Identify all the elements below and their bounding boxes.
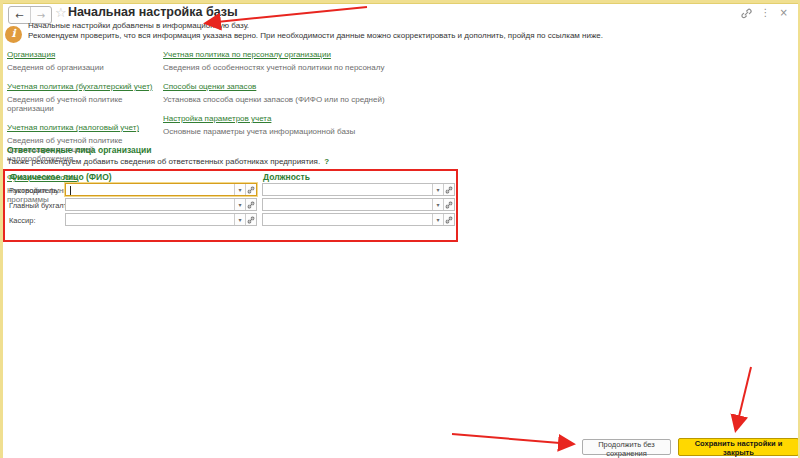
arrow-to-continue-button bbox=[452, 434, 572, 444]
favorite-star-icon[interactable]: ☆ bbox=[55, 5, 67, 20]
link-inventory-valuation[interactable]: Способы оценки запасов bbox=[163, 82, 256, 92]
back-button[interactable]: ← bbox=[9, 7, 30, 23]
director-person-combo: ▾ bbox=[65, 183, 257, 196]
section-note: Также рекомендуем добавить сведения об о… bbox=[7, 157, 329, 166]
link-item-inventory-valuation: Способы оценки запасов Установка способа… bbox=[163, 75, 463, 104]
cashier-person-combo: ▾ bbox=[65, 213, 257, 226]
link-item-accounting-parameters: Настройка параметров учета Основные пара… bbox=[163, 107, 463, 136]
director-person-input[interactable] bbox=[66, 184, 234, 195]
row-label-cashier: Кассир: bbox=[9, 216, 35, 225]
link-accounting-parameters[interactable]: Настройка параметров учета bbox=[163, 114, 271, 124]
chief-accountant-position-combo: ▾ bbox=[262, 198, 455, 211]
link-description: Основные параметры учета информационной … bbox=[163, 127, 463, 136]
page-title: Начальная настройка базы bbox=[68, 5, 238, 19]
back-icon: ← bbox=[15, 10, 23, 21]
link-organization[interactable]: Организация bbox=[7, 50, 55, 60]
get-link-icon[interactable] bbox=[741, 8, 752, 19]
initial-setup-window: ← → ☆ Начальная настройка базы ⋮ × i Нач… bbox=[0, 0, 800, 458]
director-position-combo: ▾ bbox=[262, 183, 455, 196]
director-position-dropdown-icon[interactable]: ▾ bbox=[432, 184, 443, 195]
link-tax-policy[interactable]: Учетная политика (налоговый учет) bbox=[7, 123, 139, 133]
link-description: Сведения об учетной политике организации bbox=[7, 95, 162, 113]
cashier-position-open-link-icon[interactable] bbox=[443, 214, 454, 225]
chief-accountant-person-open-link-icon[interactable] bbox=[245, 199, 256, 210]
link-personnel-policy[interactable]: Учетная политика по персоналу организаци… bbox=[163, 50, 331, 60]
cashier-person-input[interactable] bbox=[66, 214, 234, 225]
cashier-person-open-link-icon[interactable] bbox=[245, 214, 256, 225]
link-accounting-policy[interactable]: Учетная политика (бухгалтерский учет) bbox=[7, 82, 152, 92]
window-controls: ⋮ × bbox=[741, 7, 788, 19]
chief-accountant-person-combo: ▾ bbox=[65, 198, 257, 211]
director-position-input[interactable] bbox=[263, 184, 432, 195]
column-header-person: Физическое лицо (ФИО) bbox=[10, 172, 112, 182]
close-icon[interactable]: × bbox=[780, 7, 788, 19]
links-column-right: Учетная политика по персоналу организаци… bbox=[163, 43, 463, 139]
cashier-person-dropdown-icon[interactable]: ▾ bbox=[234, 214, 245, 225]
help-link[interactable]: ? bbox=[324, 157, 329, 166]
cashier-position-dropdown-icon[interactable]: ▾ bbox=[432, 214, 443, 225]
chief-accountant-position-input[interactable] bbox=[263, 199, 432, 210]
window-frame-top bbox=[0, 0, 800, 4]
chief-accountant-person-input[interactable] bbox=[66, 199, 234, 210]
section-heading-responsible-persons: Ответственные лица организации bbox=[7, 145, 151, 155]
info-icon: i bbox=[5, 26, 22, 43]
link-description: Сведения об особенностях учетной политик… bbox=[163, 63, 463, 72]
director-person-dropdown-icon[interactable]: ▾ bbox=[234, 184, 245, 195]
chief-accountant-position-dropdown-icon[interactable]: ▾ bbox=[432, 199, 443, 210]
continue-without-saving-button[interactable]: Продолжить без сохранения bbox=[582, 439, 671, 455]
window-frame-left bbox=[0, 0, 3, 458]
chief-accountant-person-dropdown-icon[interactable]: ▾ bbox=[234, 199, 245, 210]
link-item-organization: Организация Сведения об организации bbox=[7, 43, 162, 72]
cashier-position-combo: ▾ bbox=[262, 213, 455, 226]
info-message-line2: Рекомендуем проверить, что вся информаци… bbox=[28, 31, 603, 40]
form-row-director: Руководитель: ▾ ▾ bbox=[0, 183, 460, 196]
save-and-close-button[interactable]: Сохранить настройки и закрыть bbox=[678, 438, 799, 456]
link-item-personnel-policy: Учетная политика по персоналу организаци… bbox=[163, 43, 463, 72]
info-message-line1: Начальные настройки добавлены в информац… bbox=[28, 21, 249, 30]
arrow-to-save-button bbox=[736, 367, 751, 429]
more-menu-icon[interactable]: ⋮ bbox=[761, 7, 771, 19]
form-row-chief-accountant: Главный бухгалтер: ▾ ▾ bbox=[0, 198, 460, 211]
row-label-director: Руководитель: bbox=[9, 186, 59, 195]
forward-icon: → bbox=[37, 10, 45, 21]
text-caret bbox=[70, 186, 71, 195]
section-note-text: Также рекомендуем добавить сведения об о… bbox=[7, 157, 320, 166]
director-position-open-link-icon[interactable] bbox=[443, 184, 454, 195]
form-row-cashier: Кассир: ▾ ▾ bbox=[0, 213, 460, 226]
chief-accountant-position-open-link-icon[interactable] bbox=[443, 199, 454, 210]
director-person-open-link-icon[interactable] bbox=[245, 184, 256, 195]
link-description: Установка способа оценки запасов (ФИФО и… bbox=[163, 95, 463, 104]
link-item-tax-policy: Учетная политика (налоговый учет) Сведен… bbox=[7, 116, 162, 163]
cashier-position-input[interactable] bbox=[263, 214, 432, 225]
column-header-position: Должность bbox=[263, 172, 310, 182]
link-description: Сведения об организации bbox=[7, 63, 162, 72]
link-item-accounting-policy: Учетная политика (бухгалтерский учет) Св… bbox=[7, 75, 162, 113]
